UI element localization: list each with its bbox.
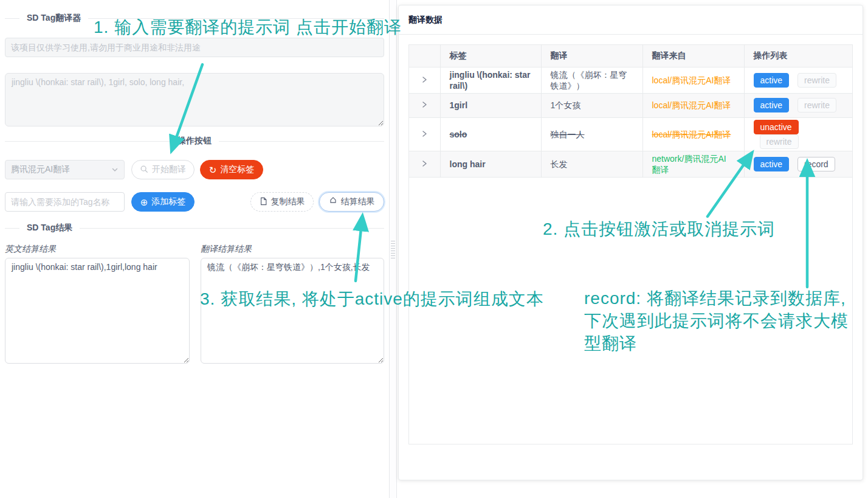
english-result-textarea[interactable]: jingliu \(honkai: star rail\),1girl,long… [5, 258, 190, 364]
card-title: 翻译数据 [399, 5, 863, 35]
translation-cell: 独自一人 [541, 117, 642, 151]
source-cell: local/腾讯混元AI翻译 [642, 93, 744, 117]
clear-tags-label: 清空标签 [220, 164, 254, 175]
result-labels-row: 英文结算结果 翻译结算结果 [5, 244, 384, 255]
active-toggle-button[interactable]: active [754, 73, 790, 88]
table-row: long hair 长发 network/腾讯混元AI翻译 active rec… [409, 151, 852, 177]
chevron-down-icon [111, 166, 119, 173]
table-row: solo 独自一人 local/腾讯混元AI翻译 unactive rewrit… [409, 117, 852, 151]
section-title-translator: SD Tag翻译器 [19, 13, 88, 24]
col-tag: 标签 [440, 45, 541, 67]
expand-row-button[interactable] [409, 93, 440, 117]
tag-icon [329, 197, 337, 207]
col-translation: 翻译 [541, 45, 642, 67]
active-toggle-button[interactable]: active [754, 157, 790, 171]
annotation-step1: 1. 输入需要翻译的提示词 点击开始翻译 [94, 16, 402, 38]
english-result-label: 英文结算结果 [5, 244, 190, 255]
annotation-record-note: record: 将翻译结果记录到数据库, 下次遇到此提示词将不会请求大模型翻译 [584, 287, 859, 354]
active-toggle-button[interactable]: active [754, 98, 790, 112]
section-title-results: SD Tag结果 [19, 223, 80, 233]
tag-name-input[interactable] [5, 192, 125, 212]
clear-tags-button[interactable]: ↻ 清空标签 [200, 160, 263, 179]
rewrite-button: rewrite [797, 98, 836, 112]
tag-cell: jingliu \(honkai: star rail\) [440, 67, 541, 93]
add-tag-button[interactable]: ⊕ 添加标签 [131, 192, 195, 212]
chevron-right-icon [421, 130, 428, 137]
rewrite-button: rewrite [760, 134, 799, 149]
translation-table: 标签 翻译 翻译来自 操作列表 jingliu \(honkai: star r… [408, 44, 853, 444]
table-row: 1girl 1个女孩 local/腾讯混元AI翻译 active rewrite [409, 93, 852, 117]
copy-result-button[interactable]: 复制结果 [250, 192, 314, 212]
splitter-grip-handle[interactable] [391, 241, 395, 259]
start-translate-label: 开始翻译 [152, 164, 186, 175]
unactive-toggle-button[interactable]: unactive [754, 120, 799, 134]
chevron-right-icon [421, 76, 428, 83]
expand-row-button[interactable] [409, 117, 440, 151]
translation-cell: 1个女孩 [541, 93, 642, 117]
settle-result-button[interactable]: 结算结果 [319, 192, 384, 212]
record-button[interactable]: record [797, 157, 835, 171]
annotation-step3: 3. 获取结果, 将处于active的提示词组成文本 [200, 288, 544, 310]
chevron-right-icon [421, 101, 428, 108]
pane-splitter [389, 0, 397, 498]
tag-cell: 1girl [440, 93, 541, 117]
translated-result-label: 翻译结算结果 [201, 244, 252, 255]
table-row: jingliu \(honkai: star rail\) 镜流（《崩坏：星穹铁… [409, 67, 852, 93]
engine-select-value: 腾讯混元AI翻译 [11, 164, 70, 175]
expand-row-button[interactable] [409, 67, 440, 93]
source-cell: local/腾讯混元AI翻译 [642, 67, 744, 93]
card-body: 标签 翻译 翻译来自 操作列表 jingliu \(honkai: star r… [399, 35, 863, 454]
translation-cell: 长发 [541, 151, 642, 177]
plus-circle-icon: ⊕ [140, 198, 148, 207]
tag-cell: long hair [440, 151, 541, 177]
expand-row-button[interactable] [409, 151, 440, 177]
translation-data-card: 翻译数据 标签 翻译 翻译来自 操作列表 [398, 5, 863, 480]
result-areas-row: jingliu \(honkai: star rail\),1girl,long… [5, 258, 384, 364]
translation-cell: 镜流（《崩坏：星穹铁道》） [541, 67, 642, 93]
actions-cell: unactive rewrite [744, 117, 852, 151]
prompt-input[interactable] [5, 73, 384, 126]
section-divider-results: SD Tag结果 [5, 223, 384, 233]
tag-cell: solo [440, 117, 541, 151]
engine-select[interactable]: 腾讯混元AI翻译 [5, 160, 125, 179]
add-tag-label: 添加标签 [151, 196, 185, 207]
action-row-tags: ⊕ 添加标签 复制结果 结算结果 [5, 192, 384, 212]
col-expand [409, 45, 440, 67]
rewrite-button: rewrite [797, 73, 836, 88]
col-actions: 操作列表 [744, 45, 852, 67]
actions-cell: active rewrite [744, 67, 852, 93]
section-title-actions: 操作按钮 [170, 136, 219, 147]
document-icon [260, 197, 267, 207]
source-cell: local/腾讯混元AI翻译 [642, 117, 744, 151]
col-source: 翻译来自 [642, 45, 744, 67]
refresh-icon: ↻ [209, 165, 217, 175]
actions-cell: active record [744, 151, 852, 177]
action-row-translate: 腾讯混元AI翻译 开始翻译 ↻ 清空标签 [5, 160, 384, 179]
section-divider-actions: 操作按钮 [5, 136, 384, 147]
table-header-row: 标签 翻译 翻译来自 操作列表 [409, 45, 852, 67]
start-translate-button[interactable]: 开始翻译 [131, 160, 195, 179]
chevron-right-icon [421, 160, 428, 167]
actions-cell: active rewrite [744, 93, 852, 117]
search-icon [140, 165, 148, 175]
annotation-step2: 2. 点击按钮激活或取消提示词 [543, 218, 775, 240]
notice-input[interactable] [5, 38, 384, 57]
copy-result-label: 复制结果 [271, 196, 305, 207]
source-cell: network/腾讯混元AI翻译 [642, 151, 744, 177]
settle-result-label: 结算结果 [341, 196, 375, 207]
translated-result-textarea[interactable]: 镜流（《崩坏：星穹铁道》）,1个女孩,长发 [201, 258, 384, 364]
